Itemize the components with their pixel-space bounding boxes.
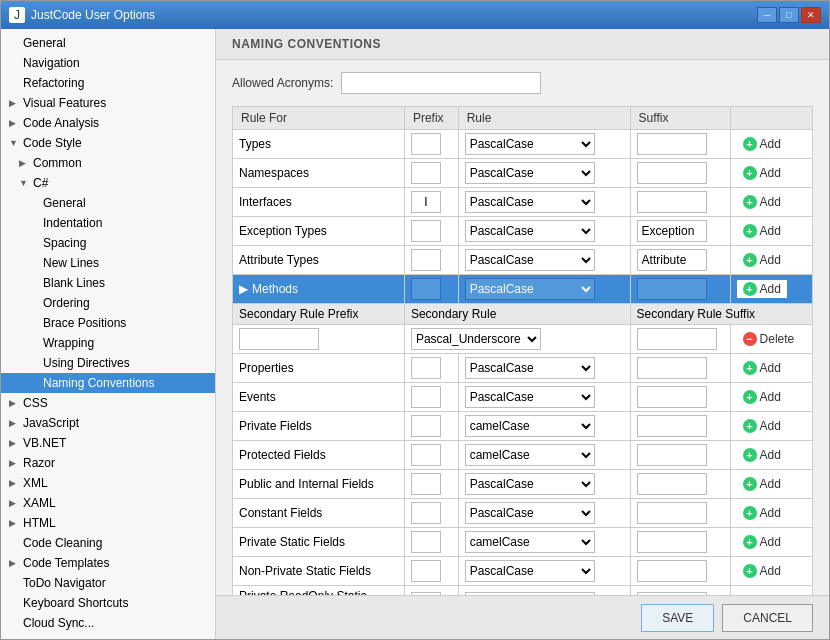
add-rule-button[interactable]: +Add: [737, 164, 787, 182]
rule-select[interactable]: PascalCasecamelCasePascal_UnderscoreALL_…: [465, 531, 595, 553]
rule-select[interactable]: PascalCasecamelCasePascal_UnderscoreALL_…: [465, 357, 595, 379]
rule-select[interactable]: PascalCasecamelCasePascal_UnderscoreALL_…: [465, 278, 595, 300]
sidebar-item-code-cleaning[interactable]: Code Cleaning: [1, 533, 215, 553]
add-rule-button[interactable]: +Add: [737, 280, 787, 298]
suffix-input[interactable]: [637, 560, 707, 582]
suffix-input[interactable]: [637, 415, 707, 437]
prefix-input[interactable]: [411, 386, 441, 408]
sidebar-item-spacing[interactable]: Spacing: [1, 233, 215, 253]
rule-select[interactable]: PascalCasecamelCasePascal_UnderscoreALL_…: [465, 386, 595, 408]
sidebar-item-code-templates[interactable]: ▶Code Templates: [1, 553, 215, 573]
close-button[interactable]: ✕: [801, 7, 821, 23]
prefix-input[interactable]: [411, 162, 441, 184]
suffix-input[interactable]: [637, 473, 707, 495]
sidebar-item-general[interactable]: General: [1, 193, 215, 213]
suffix-input[interactable]: [637, 278, 707, 300]
sidebar-item-refactoring[interactable]: Refactoring: [1, 73, 215, 93]
rule-select[interactable]: PascalCasecamelCasePascal_UnderscoreALL_…: [465, 249, 595, 271]
sidebar-item-visual-features[interactable]: ▶Visual Features: [1, 93, 215, 113]
sidebar-item-ordering[interactable]: Ordering: [1, 293, 215, 313]
add-rule-button[interactable]: +Add: [737, 446, 787, 464]
allowed-acronyms-label: Allowed Acronyms:: [232, 76, 333, 90]
prefix-input[interactable]: [411, 220, 441, 242]
add-rule-button[interactable]: +Add: [737, 417, 787, 435]
sidebar-item-c#[interactable]: ▼C#: [1, 173, 215, 193]
expand-arrow-icon: ▶: [9, 118, 19, 128]
prefix-input[interactable]: [411, 502, 441, 524]
suffix-input[interactable]: [637, 162, 707, 184]
sidebar-item-razor[interactable]: ▶Razor: [1, 453, 215, 473]
sidebar-item-using-directives[interactable]: Using Directives: [1, 353, 215, 373]
suffix-input[interactable]: [637, 531, 707, 553]
cancel-button[interactable]: CANCEL: [722, 604, 813, 632]
prefix-input[interactable]: [411, 249, 441, 271]
sidebar-item-xml[interactable]: ▶XML: [1, 473, 215, 493]
sidebar-item-wrapping[interactable]: Wrapping: [1, 333, 215, 353]
suffix-input[interactable]: [637, 133, 707, 155]
suffix-input[interactable]: [637, 502, 707, 524]
secondary-rule-select[interactable]: PascalCasecamelCasePascal_UnderscoreALL_…: [411, 328, 541, 350]
sidebar-item-xaml[interactable]: ▶XAML: [1, 493, 215, 513]
sidebar-item-navigation[interactable]: Navigation: [1, 53, 215, 73]
secondary-prefix-input[interactable]: [239, 328, 319, 350]
rule-select[interactable]: PascalCasecamelCasePascal_UnderscoreALL_…: [465, 444, 595, 466]
rule-select[interactable]: PascalCasecamelCasePascal_UnderscoreALL_…: [465, 473, 595, 495]
rule-select[interactable]: PascalCasecamelCasePascal_UnderscoreALL_…: [465, 502, 595, 524]
add-rule-button[interactable]: +Add: [737, 222, 787, 240]
add-rule-button[interactable]: +Add: [737, 359, 787, 377]
rule-select[interactable]: PascalCasecamelCasePascal_UnderscoreALL_…: [465, 220, 595, 242]
sidebar-item-html[interactable]: ▶HTML: [1, 513, 215, 533]
rule-select[interactable]: PascalCasecamelCasePascal_UnderscoreALL_…: [465, 415, 595, 437]
rule-for-label: Events: [239, 390, 276, 404]
save-button[interactable]: SAVE: [641, 604, 714, 632]
sidebar-item-code-analysis[interactable]: ▶Code Analysis: [1, 113, 215, 133]
suffix-input[interactable]: [637, 249, 707, 271]
sidebar-item-todo-navigator[interactable]: ToDo Navigator: [1, 573, 215, 593]
rule-select[interactable]: PascalCasecamelCasePascal_UnderscoreALL_…: [465, 133, 595, 155]
sidebar-item-brace-positions[interactable]: Brace Positions: [1, 313, 215, 333]
add-rule-button[interactable]: +Add: [737, 193, 787, 211]
sidebar-item-vb.net[interactable]: ▶VB.NET: [1, 433, 215, 453]
prefix-input[interactable]: [411, 357, 441, 379]
suffix-input[interactable]: [637, 386, 707, 408]
sidebar-item-general[interactable]: General: [1, 33, 215, 53]
suffix-input[interactable]: [637, 357, 707, 379]
prefix-input[interactable]: [411, 560, 441, 582]
sidebar-item-blank-lines[interactable]: Blank Lines: [1, 273, 215, 293]
prefix-input[interactable]: [411, 531, 441, 553]
add-rule-button[interactable]: +Add: [737, 562, 787, 580]
sidebar-item-keyboard-shortcuts[interactable]: Keyboard Shortcuts: [1, 593, 215, 613]
sidebar-item-common[interactable]: ▶Common: [1, 153, 215, 173]
sidebar-item-css[interactable]: ▶CSS: [1, 393, 215, 413]
prefix-input[interactable]: [411, 415, 441, 437]
prefix-input[interactable]: [411, 133, 441, 155]
sidebar-item-javascript[interactable]: ▶JavaScript: [1, 413, 215, 433]
sidebar-item-new-lines[interactable]: New Lines: [1, 253, 215, 273]
maximize-button[interactable]: □: [779, 7, 799, 23]
prefix-input[interactable]: [411, 444, 441, 466]
rule-select[interactable]: PascalCasecamelCasePascal_UnderscoreALL_…: [465, 560, 595, 582]
add-rule-button[interactable]: +Add: [737, 475, 787, 493]
sidebar-item-indentation[interactable]: Indentation: [1, 213, 215, 233]
suffix-input[interactable]: [637, 191, 707, 213]
minimize-button[interactable]: ─: [757, 7, 777, 23]
suffix-input[interactable]: [637, 220, 707, 242]
sidebar-item-naming-conventions[interactable]: Naming Conventions: [1, 373, 215, 393]
prefix-input[interactable]: [411, 473, 441, 495]
suffix-input[interactable]: [637, 444, 707, 466]
prefix-input[interactable]: [411, 278, 441, 300]
rule-select[interactable]: PascalCasecamelCasePascal_UnderscoreALL_…: [465, 162, 595, 184]
add-rule-button[interactable]: +Add: [737, 533, 787, 551]
allowed-acronyms-input[interactable]: [341, 72, 541, 94]
rule-select[interactable]: PascalCasecamelCasePascal_UnderscoreALL_…: [465, 191, 595, 213]
secondary-suffix-input[interactable]: [637, 328, 717, 350]
sidebar-item-code-style[interactable]: ▼Code Style: [1, 133, 215, 153]
add-rule-button[interactable]: +Add: [737, 388, 787, 406]
delete-secondary-button[interactable]: −Delete: [737, 330, 801, 348]
add-rule-button[interactable]: +Add: [737, 135, 787, 153]
add-icon: +: [743, 224, 757, 238]
prefix-input[interactable]: [411, 191, 441, 213]
add-rule-button[interactable]: +Add: [737, 251, 787, 269]
sidebar-item-cloud-sync...[interactable]: Cloud Sync...: [1, 613, 215, 633]
add-rule-button[interactable]: +Add: [737, 504, 787, 522]
